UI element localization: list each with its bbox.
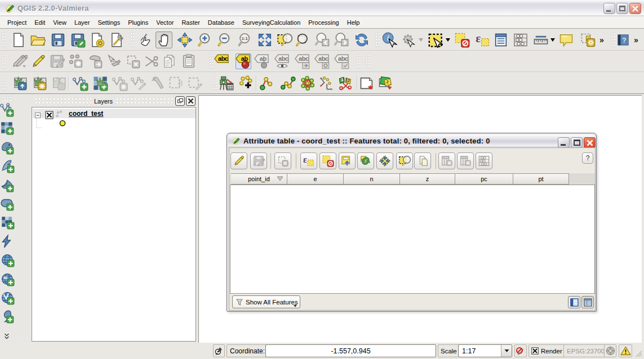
svg-text:abc: abc (278, 55, 288, 62)
svg-text:1:1: 1:1 (242, 36, 248, 41)
svg-text:ε: ε (476, 32, 481, 45)
svg-text:abc: abc (318, 55, 328, 62)
svg-text:ab: ab (260, 55, 267, 62)
svg-text:?: ? (622, 37, 626, 44)
svg-text:abc: abc (338, 55, 348, 62)
svg-text:abc: abc (299, 55, 309, 62)
svg-text:1: 1 (341, 77, 343, 82)
svg-text:i: i (387, 34, 389, 42)
svg-text:2: 2 (348, 78, 350, 83)
svg-text:abc: abc (218, 55, 228, 62)
svg-text:2: 2 (387, 80, 389, 84)
svg-text:ε: ε (303, 155, 307, 165)
